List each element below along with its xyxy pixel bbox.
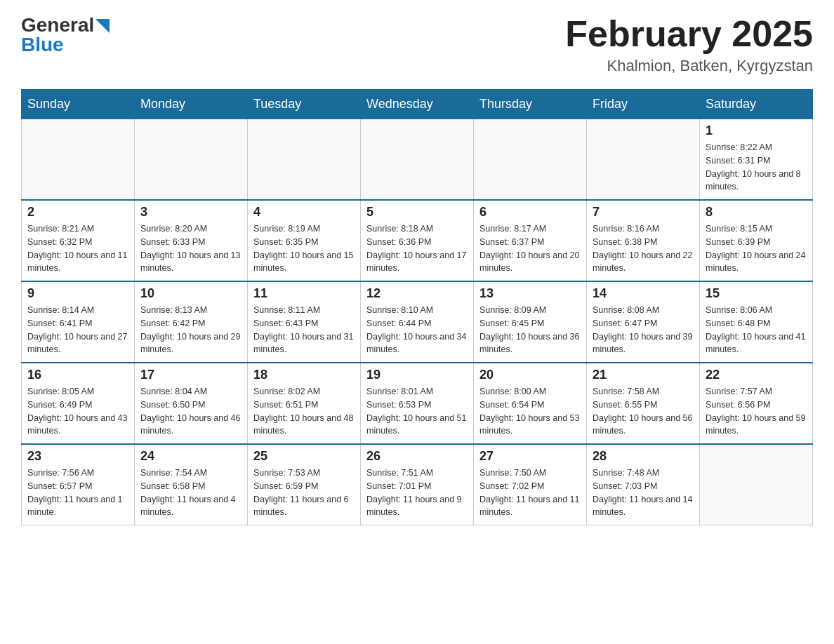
day-number: 5 (366, 205, 468, 220)
col-tuesday: Tuesday (248, 90, 361, 119)
calendar-day-cell (22, 119, 135, 201)
day-number: 23 (27, 449, 128, 464)
day-number: 17 (140, 368, 241, 382)
day-number: 15 (706, 286, 807, 301)
calendar-header-row: Sunday Monday Tuesday Wednesday Thursday… (22, 90, 813, 119)
calendar-day-cell: 9Sunrise: 8:14 AMSunset: 6:41 PMDaylight… (22, 281, 135, 363)
col-saturday: Saturday (700, 90, 813, 119)
calendar-day-cell: 1Sunrise: 8:22 AMSunset: 6:31 PMDaylight… (700, 119, 813, 201)
day-number: 1 (706, 123, 807, 138)
calendar-day-cell (135, 119, 248, 201)
day-info: Sunrise: 8:08 AMSunset: 6:47 PMDaylight:… (593, 304, 694, 356)
logo-blue: Blue (21, 34, 64, 56)
day-info: Sunrise: 8:00 AMSunset: 6:54 PMDaylight:… (479, 385, 581, 438)
day-number: 9 (27, 286, 128, 301)
day-info: Sunrise: 8:22 AMSunset: 6:31 PMDaylight:… (706, 141, 807, 194)
day-info: Sunrise: 8:09 AMSunset: 6:45 PMDaylight:… (479, 304, 581, 356)
day-info: Sunrise: 8:16 AMSunset: 6:38 PMDaylight:… (593, 222, 694, 275)
col-sunday: Sunday (22, 90, 135, 119)
day-info: Sunrise: 8:20 AMSunset: 6:33 PMDaylight:… (140, 222, 241, 275)
page-header: General Blue February 2025 Khalmion, Bat… (21, 14, 813, 75)
calendar-day-cell: 26Sunrise: 7:51 AMSunset: 7:01 PMDayligh… (361, 444, 474, 525)
calendar-day-cell (361, 119, 474, 201)
day-number: 2 (27, 205, 128, 220)
calendar-day-cell: 28Sunrise: 7:48 AMSunset: 7:03 PMDayligh… (587, 444, 700, 525)
calendar-week-row: 16Sunrise: 8:05 AMSunset: 6:49 PMDayligh… (22, 363, 813, 444)
day-number: 22 (706, 368, 807, 382)
day-info: Sunrise: 8:01 AMSunset: 6:53 PMDaylight:… (366, 385, 468, 438)
day-number: 12 (366, 286, 468, 301)
day-number: 10 (140, 286, 241, 301)
day-info: Sunrise: 8:19 AMSunset: 6:35 PMDaylight:… (253, 222, 355, 275)
calendar-day-cell: 16Sunrise: 8:05 AMSunset: 6:49 PMDayligh… (22, 363, 135, 444)
day-info: Sunrise: 8:11 AMSunset: 6:43 PMDaylight:… (253, 304, 355, 356)
calendar-week-row: 2Sunrise: 8:21 AMSunset: 6:32 PMDaylight… (22, 200, 813, 281)
calendar-day-cell: 3Sunrise: 8:20 AMSunset: 6:33 PMDaylight… (135, 200, 248, 281)
day-number: 4 (253, 205, 355, 220)
col-monday: Monday (135, 90, 248, 119)
calendar-day-cell (587, 119, 700, 201)
day-info: Sunrise: 7:48 AMSunset: 7:03 PMDaylight:… (593, 467, 694, 519)
day-info: Sunrise: 8:15 AMSunset: 6:39 PMDaylight:… (706, 222, 807, 275)
calendar-day-cell (474, 119, 587, 201)
calendar-day-cell: 17Sunrise: 8:04 AMSunset: 6:50 PMDayligh… (135, 363, 248, 444)
day-number: 8 (706, 205, 807, 220)
calendar-day-cell (700, 444, 813, 525)
calendar-table: Sunday Monday Tuesday Wednesday Thursday… (21, 89, 813, 525)
calendar-day-cell: 6Sunrise: 8:17 AMSunset: 6:37 PMDaylight… (474, 200, 587, 281)
calendar-day-cell: 27Sunrise: 7:50 AMSunset: 7:02 PMDayligh… (474, 444, 587, 525)
day-info: Sunrise: 8:21 AMSunset: 6:32 PMDaylight:… (27, 222, 128, 275)
calendar-day-cell: 21Sunrise: 7:58 AMSunset: 6:55 PMDayligh… (587, 363, 700, 444)
day-info: Sunrise: 7:58 AMSunset: 6:55 PMDaylight:… (593, 385, 694, 438)
day-number: 13 (479, 286, 581, 301)
month-title: February 2025 (565, 14, 813, 54)
day-number: 6 (479, 205, 581, 220)
day-info: Sunrise: 8:04 AMSunset: 6:50 PMDaylight:… (140, 385, 241, 438)
day-info: Sunrise: 8:17 AMSunset: 6:37 PMDaylight:… (479, 222, 581, 275)
calendar-day-cell: 8Sunrise: 8:15 AMSunset: 6:39 PMDaylight… (700, 200, 813, 281)
day-number: 19 (366, 368, 468, 382)
day-number: 18 (253, 368, 355, 382)
day-number: 26 (366, 449, 468, 464)
calendar-day-cell: 4Sunrise: 8:19 AMSunset: 6:35 PMDaylight… (248, 200, 361, 281)
day-number: 3 (140, 205, 241, 220)
day-number: 25 (253, 449, 355, 464)
day-info: Sunrise: 7:50 AMSunset: 7:02 PMDaylight:… (479, 467, 581, 519)
day-info: Sunrise: 7:51 AMSunset: 7:01 PMDaylight:… (366, 467, 468, 519)
day-info: Sunrise: 8:06 AMSunset: 6:48 PMDaylight:… (706, 304, 807, 356)
calendar-day-cell: 5Sunrise: 8:18 AMSunset: 6:36 PMDaylight… (361, 200, 474, 281)
calendar-day-cell: 15Sunrise: 8:06 AMSunset: 6:48 PMDayligh… (700, 281, 813, 363)
title-section: February 2025 Khalmion, Batken, Kyrgyzst… (565, 14, 813, 75)
day-number: 24 (140, 449, 241, 464)
calendar-day-cell: 25Sunrise: 7:53 AMSunset: 6:59 PMDayligh… (248, 444, 361, 525)
day-info: Sunrise: 7:54 AMSunset: 6:58 PMDaylight:… (140, 467, 241, 519)
day-number: 21 (593, 368, 694, 382)
day-number: 14 (593, 286, 694, 301)
calendar-day-cell: 10Sunrise: 8:13 AMSunset: 6:42 PMDayligh… (135, 281, 248, 363)
calendar-day-cell: 11Sunrise: 8:11 AMSunset: 6:43 PMDayligh… (248, 281, 361, 363)
calendar-day-cell: 24Sunrise: 7:54 AMSunset: 6:58 PMDayligh… (135, 444, 248, 525)
day-info: Sunrise: 8:02 AMSunset: 6:51 PMDaylight:… (253, 385, 355, 438)
day-number: 27 (479, 449, 581, 464)
logo-arrow-icon (94, 18, 110, 33)
location: Khalmion, Batken, Kyrgyzstan (565, 57, 813, 75)
day-number: 16 (27, 368, 128, 382)
day-number: 7 (593, 205, 694, 220)
calendar-day-cell: 13Sunrise: 8:09 AMSunset: 6:45 PMDayligh… (474, 281, 587, 363)
col-friday: Friday (587, 90, 700, 119)
day-info: Sunrise: 8:05 AMSunset: 6:49 PMDaylight:… (27, 385, 128, 438)
logo: General Blue (21, 14, 110, 56)
calendar-day-cell: 18Sunrise: 8:02 AMSunset: 6:51 PMDayligh… (248, 363, 361, 444)
calendar-day-cell: 22Sunrise: 7:57 AMSunset: 6:56 PMDayligh… (700, 363, 813, 444)
calendar-day-cell: 23Sunrise: 7:56 AMSunset: 6:57 PMDayligh… (22, 444, 135, 525)
col-thursday: Thursday (474, 90, 587, 119)
calendar-week-row: 1Sunrise: 8:22 AMSunset: 6:31 PMDaylight… (22, 119, 813, 201)
calendar-day-cell: 14Sunrise: 8:08 AMSunset: 6:47 PMDayligh… (587, 281, 700, 363)
calendar-day-cell: 7Sunrise: 8:16 AMSunset: 6:38 PMDaylight… (587, 200, 700, 281)
day-info: Sunrise: 8:10 AMSunset: 6:44 PMDaylight:… (366, 304, 468, 356)
day-number: 28 (593, 449, 694, 464)
day-info: Sunrise: 7:57 AMSunset: 6:56 PMDaylight:… (706, 385, 807, 438)
calendar-week-row: 23Sunrise: 7:56 AMSunset: 6:57 PMDayligh… (22, 444, 813, 525)
day-info: Sunrise: 7:53 AMSunset: 6:59 PMDaylight:… (253, 467, 355, 519)
calendar-day-cell: 19Sunrise: 8:01 AMSunset: 6:53 PMDayligh… (361, 363, 474, 444)
